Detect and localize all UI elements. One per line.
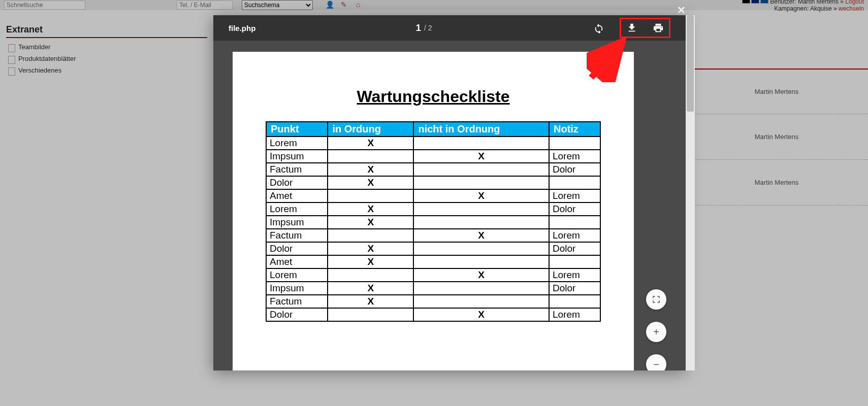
column-header: in Ordung [328,122,413,137]
download-button[interactable] [625,21,638,35]
pdf-viewer: file.php 1 / 2 Wartungscheckliste Punkti… [213,15,686,370]
table-cell [413,282,549,295]
table-cell: X [328,255,413,268]
table-cell: X [413,229,549,242]
table-cell: X [328,242,413,255]
table-cell [549,295,600,308]
table-row: FactumXDolor [266,163,600,176]
table-cell [328,150,413,163]
table-cell [549,137,600,150]
table-row: DolorXLorem [266,308,600,321]
table-cell [413,137,549,150]
table-cell: Lorem [549,308,600,321]
rotate-button[interactable] [592,21,605,35]
table-row: FactumXLorem [266,229,600,242]
table-cell: Lorem [549,150,600,163]
zoom-in-button[interactable]: + [646,322,666,342]
table-cell: Lorem [266,137,328,150]
viewer-toolbar: file.php 1 / 2 [213,15,686,41]
table-cell: X [413,189,549,202]
document-title: Wartungscheckliste [253,87,614,106]
table-cell [413,242,549,255]
table-cell: X [328,176,413,189]
table-cell: X [413,150,549,163]
table-row: AmetX [266,255,600,268]
table-cell [328,229,413,242]
table-row: LoremXLorem [266,268,600,282]
filename-label: file.php [229,24,255,32]
checklist-table: Punktin Ordungnicht in OrdnungNotiz Lore… [266,121,601,322]
column-header: Punkt [266,122,328,137]
zoom-out-button[interactable]: − [646,354,666,370]
table-row: ImpsumX [266,216,600,229]
table-cell: Dolor [549,282,600,295]
table-row: ImpsumXDolor [266,282,600,295]
table-cell [413,295,549,308]
viewer-scrollbar[interactable] [686,15,695,370]
table-cell: Factum [266,295,328,308]
column-header: nicht in Ordnung [413,122,549,137]
table-row: LoremXDolor [266,202,600,216]
table-cell [549,255,600,268]
table-row: LoremX [266,137,600,150]
table-cell: Lorem [549,268,600,282]
table-cell [413,216,549,229]
table-cell: X [328,202,413,216]
print-button[interactable] [652,21,665,35]
table-row: DolorX [266,176,600,189]
table-cell: Impsum [266,282,328,295]
table-cell: X [328,137,413,150]
table-cell: Lorem [266,268,328,282]
table-row: DolorXDolor [266,242,600,255]
table-cell: Lorem [549,229,600,242]
table-cell: Impsum [266,216,328,229]
table-cell: Dolor [266,308,328,321]
table-row: AmetXLorem [266,189,600,202]
column-header: Notiz [549,122,600,137]
viewer-body[interactable]: Wartungscheckliste Punktin Ordungnicht i… [213,41,686,370]
highlighted-actions [620,18,670,38]
table-cell [413,202,549,216]
table-cell: Dolor [266,176,328,189]
table-cell [328,189,413,202]
table-cell [549,216,600,229]
table-cell: Impsum [266,150,328,163]
zoom-controls: + − [646,289,666,370]
close-icon[interactable]: ✕ [677,4,686,16]
table-cell: Dolor [549,163,600,176]
table-row: FactumX [266,295,600,308]
table-cell [413,255,549,268]
table-cell: Lorem [549,189,600,202]
table-row: ImpsumXLorem [266,150,600,163]
table-cell [328,268,413,282]
table-cell: Factum [266,163,328,176]
table-cell [413,163,549,176]
table-cell: X [413,268,549,282]
table-cell: X [328,163,413,176]
scrollbar-thumb[interactable] [687,15,694,112]
table-cell: Dolor [549,242,600,255]
table-cell: Dolor [266,242,328,255]
table-cell: X [413,308,549,321]
table-cell [328,308,413,321]
table-cell: Lorem [266,202,328,216]
table-cell [413,176,549,189]
table-cell [549,176,600,189]
table-cell: X [328,216,413,229]
table-cell: Factum [266,229,328,242]
table-cell: X [328,295,413,308]
table-cell: Amet [266,255,328,268]
fit-to-page-button[interactable] [646,289,666,310]
table-cell: Amet [266,189,328,202]
table-cell: X [328,282,413,295]
table-cell: Dolor [549,202,600,216]
pdf-page: Wartungscheckliste Punktin Ordungnicht i… [233,52,634,370]
page-indicator: 1 / 2 [416,23,432,33]
